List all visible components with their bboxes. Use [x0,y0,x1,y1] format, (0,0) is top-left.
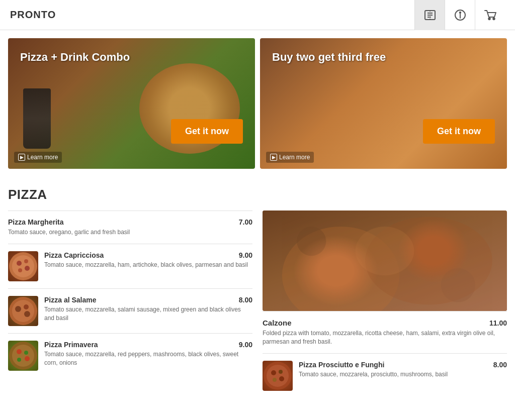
svg-point-22 [17,349,22,354]
menu-item-header: Pizza Capricciosa 9.00 [44,251,252,259]
svg-point-18 [24,304,29,309]
menu-item-name: Pizza Margherita [8,218,63,226]
pizza-thumb-icon [8,251,38,281]
table-row[interactable]: Pizza Primavera 9.00 Tomato sauce, mozza… [8,333,252,378]
menu-section: PIZZA Pizza Margherita 7.00 Tomato sauce… [0,177,515,398]
svg-point-7 [488,18,490,20]
svg-point-29 [441,268,475,302]
menu-item-price: 7.00 [239,218,252,226]
menu-item-name: Pizza Prosciutto e Funghi [299,361,384,369]
menu-right-hero-image [263,211,507,311]
menu-item-desc: Tomato sauce, mozzarella, red peppers, m… [44,350,252,367]
info-icon [453,8,467,22]
menu-item-price: 9.00 [239,341,252,349]
menu-item-price: 11.00 [489,319,507,327]
menu-item-header: Pizza al Salame 8.00 [44,296,252,304]
menu-item-name: Pizza al Salame [44,296,97,304]
svg-point-30 [356,227,414,275]
menu-item-thumbnail [8,296,38,326]
promo-card-right[interactable]: Buy two get third free Get it now ▶ Lear… [260,38,507,169]
menu-item-desc: Tomato sauce, mozzarella, salami sausage… [44,305,252,323]
menu-left-column: Pizza Margherita 7.00 Tomato sauce, oreg… [8,211,252,398]
menu-item-price: 8.00 [239,296,252,304]
table-row[interactable]: Calzone 11.00 Folded pizza with tomato, … [263,311,507,353]
menu-item-desc: Folded pizza with tomato, mozzarella, ri… [263,329,507,346]
table-row[interactable]: Pizza Prosciutto e Funghi 8.00 Tomato sa… [263,353,507,398]
promo-left-title: Pizza + Drink Combo [20,50,130,65]
cart-icon-button[interactable] [475,0,505,30]
menu-item-info: Pizza Margherita 7.00 Tomato sauce, oreg… [8,218,252,237]
promo-section: Pizza + Drink Combo Get it now ▶ Learn m… [0,30,515,177]
pizza-overlay [263,211,507,311]
cart-icon [483,8,497,22]
svg-point-10 [12,255,34,277]
menu-icon [423,8,437,22]
promo-card-left[interactable]: Pizza + Drink Combo Get it now ▶ Learn m… [8,38,255,169]
header-icons [414,0,505,30]
svg-point-28 [297,227,326,256]
menu-right-column: Calzone 11.00 Folded pizza with tomato, … [263,211,507,398]
menu-item-desc: Tomato sauce, mozzarela, prosciutto, mus… [299,370,507,379]
menu-item-thumbnail [8,251,38,281]
svg-point-21 [12,345,34,367]
promo-left-learn-label: Learn more [27,154,58,161]
menu-item-desc: Tomato sauce, oregano, garlic and fresh … [8,228,252,237]
menu-item-info: Pizza Prosciutto e Funghi 8.00 Tomato sa… [299,361,507,379]
menu-item-name: Calzone [263,319,292,327]
pizza-thumb-icon [8,296,38,326]
pizza-thumb-icon [263,361,293,391]
svg-point-17 [15,306,21,312]
drink-art [23,88,51,149]
svg-point-25 [17,358,21,362]
promo-right-learn[interactable]: ▶ Learn more [266,152,314,163]
menu-item-header: Pizza Primavera 9.00 [44,341,252,349]
learn-more-icon-right: ▶ [270,154,277,161]
svg-point-36 [273,378,277,382]
menu-item-name: Pizza Capricciosa [44,251,104,259]
menu-item-header: Pizza Prosciutto e Funghi 8.00 [299,361,507,369]
menu-item-price: 9.00 [239,251,252,259]
menu-item-desc: Tomato sauce, mozzarella, ham, artichoke… [44,261,252,269]
promo-left-button[interactable]: Get it now [171,119,243,144]
menu-columns: Pizza Margherita 7.00 Tomato sauce, oreg… [8,211,507,398]
svg-point-19 [24,311,30,317]
svg-point-24 [25,356,30,361]
svg-point-12 [24,259,28,263]
menu-section-title: PIZZA [8,187,507,202]
table-row[interactable]: Pizza Capricciosa 9.00 Tomato sauce, moz… [8,244,252,288]
logo: PRONTO [10,9,414,21]
calzone-header: Calzone 11.00 [263,319,507,327]
svg-point-16 [12,300,34,322]
svg-point-14 [18,268,22,272]
svg-point-8 [493,18,495,20]
promo-right-learn-label: Learn more [279,154,310,161]
menu-item-header: Pizza Margherita 7.00 [8,218,252,226]
svg-point-13 [25,266,30,271]
svg-point-6 [459,12,460,13]
header: PRONTO [0,0,515,30]
menu-item-info: Pizza Primavera 9.00 Tomato sauce, mozza… [44,341,252,367]
promo-right-title: Buy two get third free [272,50,386,65]
svg-point-23 [24,351,28,355]
table-row[interactable]: Pizza al Salame 8.00 Tomato sauce, mozza… [8,288,252,333]
pizza-thumb-icon [8,341,38,371]
menu-item-info: Pizza al Salame 8.00 Tomato sauce, mozza… [44,296,252,323]
menu-icon-button[interactable] [414,0,445,30]
table-row[interactable]: Pizza Margherita 7.00 Tomato sauce, oreg… [8,211,252,244]
learn-more-icon-left: ▶ [18,154,25,161]
menu-item-thumbnail [263,361,293,391]
promo-left-learn[interactable]: ▶ Learn more [14,152,62,163]
promo-right-button[interactable]: Get it now [423,119,495,144]
svg-point-11 [17,261,22,266]
svg-point-33 [271,370,276,375]
svg-point-32 [267,365,289,387]
info-icon-button[interactable] [445,0,475,30]
menu-item-price: 8.00 [493,361,507,369]
menu-item-thumbnail [8,341,38,371]
svg-point-34 [279,370,283,374]
menu-item-name: Pizza Primavera [44,341,98,349]
svg-point-35 [279,376,284,381]
menu-item-info: Pizza Capricciosa 9.00 Tomato sauce, moz… [44,251,252,269]
